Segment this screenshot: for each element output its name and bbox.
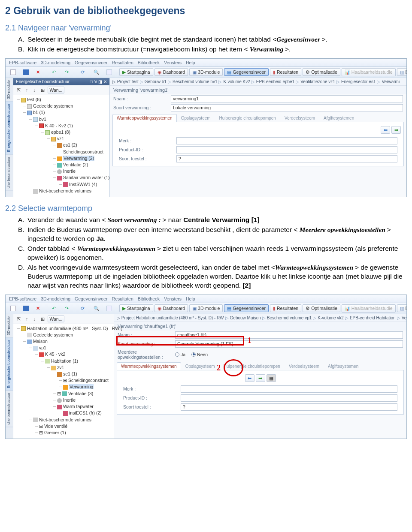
nav-tree[interactable]: test (8) Gedeelde systemen b1 (1) bv1 K …	[13, 95, 109, 197]
bibliotheek-button[interactable]: ▥Bibliotheek	[397, 68, 406, 76]
delete-icon[interactable]: ✕	[33, 304, 45, 313]
import-lib-icon[interactable]: ⬅	[245, 374, 254, 382]
tab-hulpenergie[interactable]: Hulpenergie circulatiepompen	[219, 362, 285, 370]
menu-item[interactable]: Gegevensinvoer	[75, 296, 107, 301]
tab-afgifte[interactable]: Afgiftesystemen	[319, 114, 358, 122]
menu-item[interactable]: Resultaten	[112, 296, 133, 301]
naam-field[interactable]: verwarming1	[171, 95, 403, 102]
startpagina-button[interactable]: ▶Startpagina	[119, 68, 153, 76]
menu-item[interactable]: Vensters	[164, 296, 182, 301]
menu-item[interactable]: Bibliotheek	[138, 296, 160, 301]
list-2-2: Verander de waarde van < Soort verwarmin…	[5, 216, 407, 290]
tab-warmteopwekking[interactable]: Warmteopwekkingssystemen	[112, 114, 177, 122]
resultaten-button[interactable]: ▮Resultaten	[270, 304, 301, 312]
menubar: EPB-software 3D-modelering Gegevensinvoe…	[6, 59, 406, 67]
tab-verdeel[interactable]: Verdeelsysteem	[285, 362, 324, 370]
startpagina-button[interactable]: ▶Startpagina	[119, 304, 153, 312]
gegevensinvoer-button[interactable]: ▤Gegevensinvoer	[224, 304, 268, 312]
merk-field[interactable]	[176, 137, 397, 144]
gegevensinvoer-button[interactable]: ▤Gegevensinvoer	[224, 68, 268, 76]
soort-toestel-field[interactable]: ?	[176, 155, 397, 162]
naam-label: Naam :	[118, 332, 173, 337]
soort-field[interactable]: Lokale verwarming	[171, 104, 403, 111]
soort-toestel-field[interactable]: ?	[181, 403, 397, 411]
down-icon[interactable]: ↓	[31, 316, 37, 322]
search-icon[interactable]: 🔍	[91, 304, 102, 313]
collapse-icon[interactable]: ⇱	[15, 87, 23, 93]
nav-tree[interactable]: Habitation unifamiliale (480 m² - Syst. …	[13, 324, 114, 439]
save-icon[interactable]	[20, 68, 32, 76]
menu-item[interactable]: EPB-software	[9, 296, 36, 301]
3d-module-button[interactable]: ▣3D-module	[189, 68, 223, 76]
refresh-icon[interactable]: ⟳	[78, 68, 89, 76]
radio-ja[interactable]: Ja	[175, 352, 185, 357]
collapse-icon[interactable]: ⇱	[15, 316, 23, 322]
tab-opslag[interactable]: Opslagsysteem	[181, 362, 219, 370]
3d-module-button[interactable]: ▣3D-module	[189, 304, 223, 312]
heading-2-2: 2.2 Selectie warmtepomp	[5, 204, 407, 213]
side-tab-energetische[interactable]: Energetische boomstructuur	[6, 102, 13, 155]
new-icon[interactable]	[7, 304, 19, 313]
menu-item[interactable]: Gegevensinvoer	[75, 60, 107, 65]
side-tab-energetische[interactable]: Energetische boomstructuur	[6, 338, 13, 391]
redo-icon[interactable]: ↷	[62, 304, 73, 313]
merk-field[interactable]	[181, 385, 397, 393]
resultaten-button[interactable]: ▮Resultaten	[270, 68, 301, 76]
side-tab-che[interactable]: che boomstructuur	[6, 154, 13, 191]
tab-warmteopwekking[interactable]: Warmteopwekkingssystemen	[117, 362, 181, 370]
info-icon[interactable]	[103, 68, 115, 76]
down-icon[interactable]: ↓	[31, 87, 37, 93]
export-lib-icon[interactable]: ➡	[256, 374, 265, 382]
tab-afgifte[interactable]: Afgiftesystemen	[324, 362, 363, 370]
wan-button[interactable]: Wan...	[48, 87, 65, 93]
up-icon[interactable]: ↑	[24, 316, 30, 322]
list-2-1: Selecteer in de tweede menubalk (die beg…	[5, 35, 407, 54]
toggle-icon[interactable]: ⊞	[39, 316, 47, 322]
menu-item[interactable]: Bibliotheek	[138, 60, 160, 65]
product-field[interactable]	[181, 394, 397, 402]
menu-item[interactable]: Vensters	[164, 60, 182, 65]
undo-icon[interactable]: ↶	[49, 68, 61, 76]
delete-icon[interactable]: ✕	[33, 68, 45, 76]
side-tab-che[interactable]: che boomstructuur	[6, 391, 13, 427]
tab-verdeel[interactable]: Verdeelsysteem	[280, 114, 319, 122]
import-lib-icon[interactable]: ⬅	[381, 126, 390, 134]
menu-item[interactable]: Help	[186, 60, 195, 65]
menu-item[interactable]: Help	[186, 296, 195, 301]
dashboard-button[interactable]: ◉Dashboard	[154, 68, 188, 76]
list-item: Selecteer in de tweede menubalk (die beg…	[27, 35, 407, 44]
menu-item[interactable]: EPB-software	[9, 60, 36, 65]
soort-field[interactable]: Centrale Verwarming (1 ES)	[175, 340, 403, 348]
naam-field[interactable]: chauffage1 (fr)	[175, 331, 403, 339]
soort-toestel-label: Soort toestel :	[119, 156, 175, 161]
dashboard-button[interactable]: ◉Dashboard	[154, 304, 188, 312]
toolbar: ✕ ↶ ↷ ⟳ 🔍 ▶Startpagina ◉Dashboard ▣3D-mo…	[6, 67, 406, 78]
undo-icon[interactable]: ↶	[49, 304, 61, 313]
refresh-icon[interactable]: ⟳	[78, 304, 89, 313]
export-lib-icon[interactable]: ➡	[391, 126, 401, 134]
haalbaarheid-button[interactable]: 📊Haalbaarheidsstudie	[342, 304, 396, 313]
up-icon[interactable]: ↑	[24, 87, 30, 93]
tree-panel: Energetische boomstructuur□ ⇲ ◨ ✕ ⇱ ↑ ↓ …	[13, 78, 110, 197]
redo-icon[interactable]: ↷	[62, 68, 73, 76]
save-icon[interactable]	[20, 304, 32, 313]
menu-item[interactable]: Resultaten	[112, 60, 133, 65]
tab-opslag[interactable]: Opslagsysteem	[177, 114, 215, 122]
radio-neen[interactable]: Neen	[191, 352, 208, 357]
new-icon[interactable]	[7, 68, 19, 76]
optimalisatie-button[interactable]: ⚙Optimalisatie	[303, 304, 340, 312]
side-tab-3d[interactable]: 3D-module	[6, 314, 13, 338]
grid-icon[interactable]: ▦	[267, 374, 276, 382]
haalbaarheid-button[interactable]: 📊Haalbaarheidsstudie	[342, 68, 396, 76]
optimalisatie-button[interactable]: ⚙Optimalisatie	[303, 68, 340, 76]
product-field[interactable]	[176, 146, 397, 153]
wan-button[interactable]: Wan...	[48, 316, 65, 322]
info-icon[interactable]	[103, 304, 115, 313]
toggle-icon[interactable]: ⊞	[39, 87, 47, 93]
side-tab-3d[interactable]: 3D-module	[6, 78, 13, 102]
menu-item[interactable]: 3D-modelering	[41, 296, 70, 301]
menu-item[interactable]: 3D-modelering	[41, 60, 70, 65]
search-icon[interactable]: 🔍	[91, 68, 102, 76]
bibliotheek-button[interactable]: ▥Bibliotheek	[397, 304, 406, 312]
tab-hulpenergie[interactable]: Hulpenergie circulatiepompen	[215, 114, 280, 122]
